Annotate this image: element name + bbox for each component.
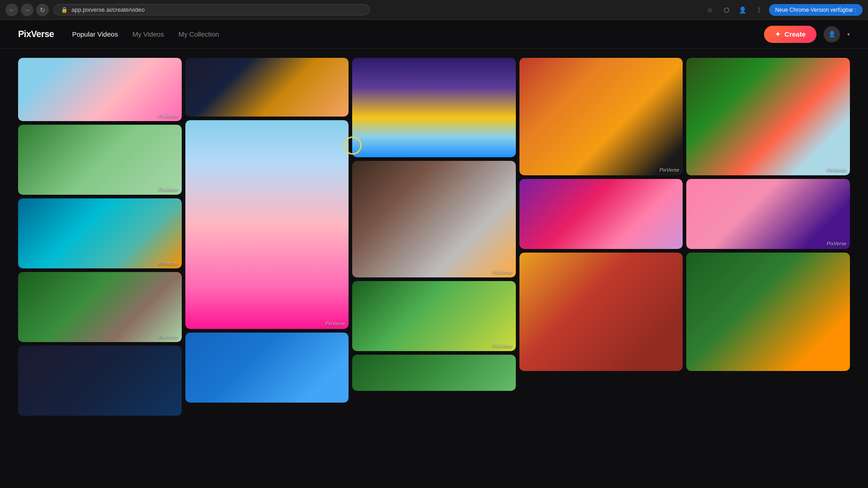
card-cherry-blossom[interactable]: PixVerse [18, 58, 182, 121]
create-icon: ✦ [775, 30, 781, 38]
card-green-leaves[interactable]: PixVerse [18, 125, 182, 195]
card-bunny-garden[interactable]: PixVerse [352, 281, 516, 351]
card-pink-clouds[interactable] [519, 179, 683, 249]
gallery-col-3: PixVerse PixVerse [352, 58, 516, 391]
card-green-cat[interactable] [352, 355, 516, 391]
card-image [352, 58, 516, 157]
back-button[interactable]: ← [5, 4, 18, 16]
card-mushrooms[interactable]: PixVerse [18, 272, 182, 342]
masonry-grid: PixVerse PixVerse PixVerse PixVerse [18, 58, 850, 416]
address-bar[interactable]: 🔒 app.pixverse.ai/create/video [53, 4, 370, 15]
card-elephant-sunset[interactable]: PixVerse [519, 58, 683, 175]
card-image [185, 58, 349, 117]
browser-chrome: ← → ↻ 🔒 app.pixverse.ai/create/video ☆ ⬡… [0, 0, 868, 20]
header-right: ✦ Create 👤 ▾ [764, 26, 850, 43]
gallery-main[interactable]: PixVerse PixVerse PixVerse PixVerse [0, 49, 868, 488]
lock-icon: 🔒 [61, 7, 68, 13]
app-logo[interactable]: PixVerse [18, 29, 54, 39]
app-header: PixVerse Popular Videos My Videos My Col… [0, 20, 868, 49]
card-image [352, 161, 516, 277]
user-icon: 👤 [828, 31, 836, 38]
card-image [519, 253, 683, 371]
card-night-car[interactable] [185, 58, 349, 117]
card-image [18, 198, 182, 268]
watermark: PixVerse [158, 334, 178, 339]
profile-icon[interactable]: 👤 [736, 4, 749, 16]
watermark: PixVerse [158, 187, 178, 192]
refresh-button[interactable]: ↻ [36, 4, 49, 16]
watermark: PixVerse [158, 260, 178, 266]
user-account-button[interactable]: 👤 [824, 26, 840, 42]
card-kitten-flower[interactable]: PixVerse [352, 161, 516, 277]
gallery-col-2: PixVerse [185, 58, 349, 403]
create-button[interactable]: ✦ Create [764, 26, 816, 43]
watermark: PixVerse [492, 269, 512, 275]
create-label: Create [784, 30, 806, 38]
card-image [18, 58, 182, 121]
card-butterfly-fairy[interactable] [352, 58, 516, 157]
browser-toolbar-right: ☆ ⬡ 👤 ⋮ Neue Chrome-Version verfügbar : [704, 4, 863, 16]
card-image [18, 125, 182, 195]
card-turtle-ocean[interactable]: PixVerse [18, 198, 182, 268]
card-anime-girls-blue[interactable] [185, 333, 349, 403]
url-text: app.pixverse.ai/create/video [71, 6, 145, 13]
nav-my-videos[interactable]: My Videos [132, 28, 164, 40]
card-cherry-blossom-tall[interactable]: PixVerse [185, 120, 349, 329]
watermark: PixVerse [326, 321, 345, 326]
account-chevron-button[interactable]: ▾ [847, 31, 850, 38]
watermark: PixVerse [158, 113, 178, 118]
chrome-update-button[interactable]: Neue Chrome-Version verfügbar : [769, 4, 863, 16]
card-image [18, 272, 182, 342]
gallery-col-4: PixVerse [519, 58, 683, 371]
card-image [686, 58, 850, 175]
watermark: PixVerse [492, 343, 512, 348]
card-anime-girl-blue[interactable]: PixVerse [686, 58, 850, 175]
main-nav: Popular Videos My Videos My Collection [72, 28, 219, 40]
gallery-col-5: PixVerse PixVerse [686, 58, 850, 371]
card-image [686, 253, 850, 371]
browser-nav-controls: ← → ↻ [5, 4, 49, 16]
card-image [185, 333, 349, 403]
card-anime-girl-pink[interactable]: PixVerse [686, 179, 850, 249]
watermark: PixVerse [660, 167, 679, 173]
forward-button[interactable]: → [21, 4, 33, 16]
card-image [519, 58, 683, 175]
card-anime-dark-hair[interactable] [18, 346, 182, 416]
nav-my-collection[interactable]: My Collection [179, 28, 219, 40]
gallery-col-1: PixVerse PixVerse PixVerse PixVerse [18, 58, 182, 416]
bookmark-icon[interactable]: ☆ [704, 4, 717, 16]
card-image [686, 179, 850, 249]
watermark: PixVerse [826, 167, 846, 173]
card-image [185, 120, 349, 329]
app-container: PixVerse Popular Videos My Videos My Col… [0, 20, 868, 488]
card-boy-surprised[interactable] [519, 253, 683, 371]
settings-icon[interactable]: ⋮ [753, 4, 765, 16]
card-image [352, 355, 516, 391]
card-anime-girl-witch[interactable] [686, 253, 850, 371]
extensions-icon[interactable]: ⬡ [720, 4, 733, 16]
card-image [18, 346, 182, 416]
watermark: PixVerse [826, 241, 846, 246]
card-image [519, 179, 683, 249]
nav-popular-videos[interactable]: Popular Videos [72, 28, 118, 40]
card-image [352, 281, 516, 351]
